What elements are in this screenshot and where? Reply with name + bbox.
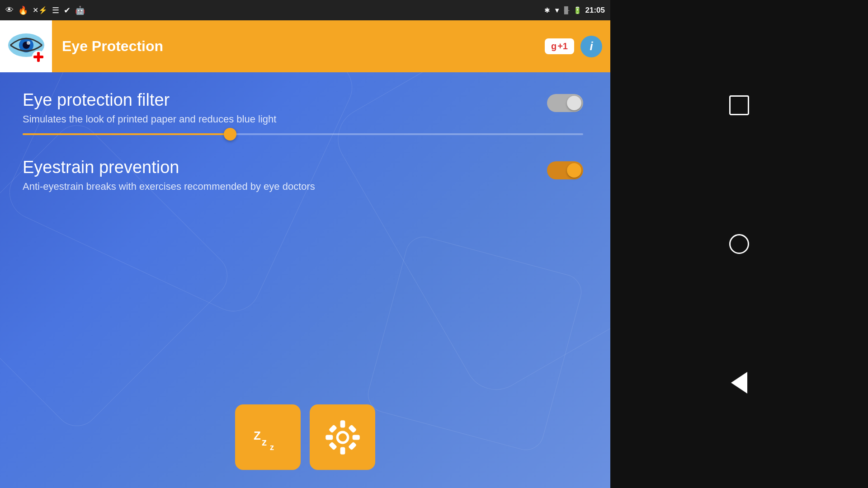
svg-rect-12 [340, 420, 345, 427]
status-bar: 👁 🔥 ✕⚡ ☰ ✔ 🤖 ✱ ▼ ▊ 🔋 21:05 [0, 0, 610, 20]
eyestrain-prevention-desc: Anti-eyestrain breaks with exercises rec… [23, 181, 533, 192]
app-logo [0, 20, 52, 72]
status-bar-right: ✱ ▼ ▊ 🔋 21:05 [544, 6, 605, 15]
fire-status-icon: 🔥 [18, 5, 28, 15]
list-status-icon: ☰ [52, 5, 59, 15]
eye-protection-filter-desc: Simulates the look of printed paper and … [23, 113, 533, 125]
svg-point-3 [27, 41, 30, 45]
back-button[interactable] [723, 367, 755, 399]
app-title: Eye Protection [52, 38, 545, 55]
home-icon [729, 234, 749, 254]
eye-protection-filter-text: Eye protection filter Simulates the look… [23, 90, 533, 125]
svg-rect-14 [326, 435, 333, 440]
svg-rect-15 [352, 435, 359, 440]
eye-protection-filter-row: Eye protection filter Simulates the look… [23, 90, 583, 125]
svg-text:z: z [262, 436, 267, 448]
slider-fill [23, 133, 230, 135]
wifi-icon: ▼ [554, 6, 561, 14]
gplus-label: +1 [557, 41, 568, 52]
gplus-button[interactable]: g +1 [545, 38, 574, 54]
sleep-button[interactable]: Z z z [235, 404, 301, 470]
status-bar-left: 👁 🔥 ✕⚡ ☰ ✔ 🤖 [5, 5, 85, 15]
eyestrain-prevention-text: Eyestrain prevention Anti-eyestrain brea… [23, 158, 533, 192]
svg-rect-6 [33, 56, 43, 58]
robot-status-icon: 🤖 [75, 5, 85, 15]
eye-status-icon: 👁 [5, 5, 14, 15]
side-nav [610, 0, 868, 488]
eye-protection-filter-title: Eye protection filter [23, 90, 533, 110]
settings-button[interactable] [310, 404, 375, 470]
sleep-icon: Z z z [250, 419, 286, 455]
back-icon [731, 372, 747, 394]
svg-rect-16 [328, 424, 337, 433]
status-time: 21:05 [585, 6, 605, 15]
svg-rect-13 [340, 447, 345, 454]
toggle-knob-prevention [567, 163, 581, 178]
eyestrain-prevention-row: Eyestrain prevention Anti-eyestrain brea… [23, 158, 583, 192]
svg-text:z: z [270, 443, 274, 452]
eyestrain-prevention-toggle[interactable] [547, 161, 583, 179]
main-content: Eye protection filter Simulates the look… [0, 72, 610, 488]
bluetooth-icon: ✱ [544, 6, 550, 14]
eyestrain-prevention-title: Eyestrain prevention [23, 158, 533, 177]
slider-thumb[interactable] [224, 128, 236, 141]
app-logo-svg [6, 31, 47, 62]
recent-apps-icon [729, 95, 749, 115]
check-status-icon: ✔ [64, 5, 71, 15]
header-actions: g +1 i [545, 36, 610, 57]
svg-rect-17 [348, 424, 357, 433]
info-icon: i [590, 39, 593, 53]
svg-rect-19 [348, 441, 357, 450]
bottom-buttons: Z z z [0, 404, 610, 470]
app-header: Eye Protection g +1 i [0, 20, 610, 72]
gplus-icon: g [551, 41, 557, 52]
signal-icon: ▊ [564, 6, 570, 14]
no-flash-icon: ✕⚡ [33, 6, 47, 14]
recent-apps-button[interactable] [723, 89, 755, 121]
svg-point-11 [339, 433, 347, 441]
svg-text:Z: Z [254, 429, 261, 442]
toggle-knob-filter [567, 96, 581, 110]
eye-protection-filter-toggle[interactable] [547, 94, 583, 112]
settings-icon [322, 417, 363, 458]
filter-intensity-slider[interactable] [23, 133, 583, 135]
phone-area: 👁 🔥 ✕⚡ ☰ ✔ 🤖 ✱ ▼ ▊ 🔋 21:05 [0, 0, 610, 488]
info-button[interactable]: i [580, 36, 602, 57]
slider-track [23, 133, 583, 135]
battery-icon: 🔋 [573, 6, 582, 14]
svg-rect-18 [328, 441, 337, 450]
home-button[interactable] [723, 228, 755, 260]
